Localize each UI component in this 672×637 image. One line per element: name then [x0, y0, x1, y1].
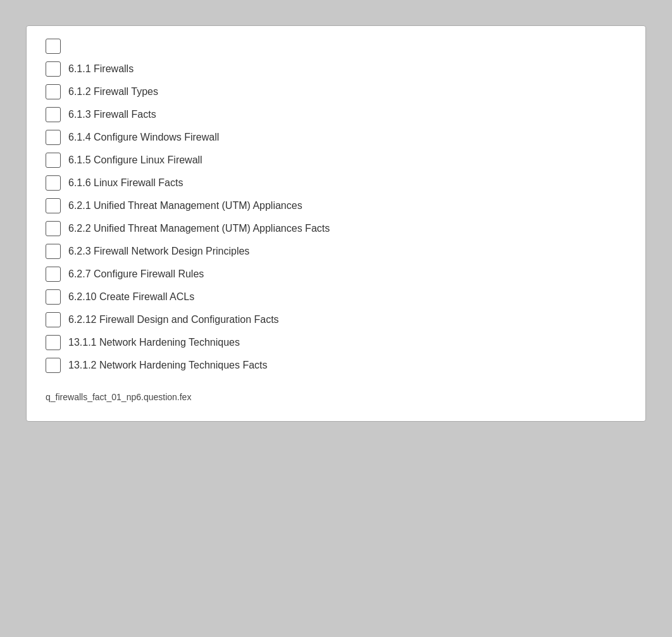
item-icon: [46, 221, 61, 236]
list-item[interactable]: 6.1.6 Linux Firewall Facts: [46, 172, 626, 194]
item-label: 6.1.3 Firewall Facts: [68, 109, 156, 120]
item-icon: [46, 198, 61, 213]
item-label: 6.1.1 Firewalls: [68, 63, 134, 75]
footer-text: q_firewalls_fact_01_np6.question.fex: [46, 387, 626, 402]
item-icon: [46, 244, 61, 259]
item-label: 6.2.1 Uniﬁed Threat Management (UTM) App…: [68, 200, 302, 211]
item-label: 6.1.6 Linux Firewall Facts: [68, 177, 183, 189]
item-icon: [46, 175, 61, 191]
items-list: 6.1.1 Firewalls6.1.2 Firewall Types6.1.3…: [46, 58, 626, 377]
list-item[interactable]: 6.2.1 Uniﬁed Threat Management (UTM) App…: [46, 194, 626, 217]
item-label: 6.2.7 Conﬁgure Firewall Rules: [68, 268, 204, 280]
list-item[interactable]: 6.1.4 Conﬁgure Windows Firewall: [46, 126, 626, 149]
list-item[interactable]: 6.2.3 Firewall Network Design Principles: [46, 240, 626, 263]
list-item[interactable]: 6.1.5 Conﬁgure Linux Firewall: [46, 149, 626, 172]
item-icon: [46, 61, 61, 77]
item-icon: [46, 153, 61, 168]
main-container: 6.1.1 Firewalls6.1.2 Firewall Types6.1.3…: [26, 25, 646, 422]
item-label: 6.1.4 Conﬁgure Windows Firewall: [68, 132, 219, 143]
list-item[interactable]: 13.1.1 Network Hardening Techniques: [46, 331, 626, 354]
item-icon: [46, 312, 61, 327]
item-label: 6.1.2 Firewall Types: [68, 86, 158, 98]
item-icon: [46, 267, 61, 282]
item-icon: [46, 107, 61, 122]
list-item[interactable]: 13.1.2 Network Hardening Techniques Fact…: [46, 354, 626, 377]
item-icon: [46, 358, 61, 373]
item-label: 6.2.3 Firewall Network Design Principles: [68, 246, 249, 257]
list-item[interactable]: 6.2.10 Create Firewall ACLs: [46, 286, 626, 308]
item-icon: [46, 84, 61, 99]
item-icon: [46, 130, 61, 145]
list-item[interactable]: 6.1.1 Firewalls: [46, 58, 626, 80]
item-label: 6.2.2 Uniﬁed Threat Management (UTM) App…: [68, 223, 330, 234]
item-icon: [46, 335, 61, 350]
list-item[interactable]: 6.2.12 Firewall Design and Conﬁguration …: [46, 308, 626, 331]
list-item[interactable]: 6.1.2 Firewall Types: [46, 80, 626, 103]
item-label: 6.2.10 Create Firewall ACLs: [68, 291, 194, 303]
item-label: 6.2.12 Firewall Design and Conﬁguration …: [68, 314, 279, 325]
list-item[interactable]: 6.2.7 Conﬁgure Firewall Rules: [46, 263, 626, 286]
list-item[interactable]: 6.2.2 Uniﬁed Threat Management (UTM) App…: [46, 217, 626, 240]
item-label: 6.1.5 Conﬁgure Linux Firewall: [68, 155, 202, 166]
top-icon: [46, 39, 61, 54]
list-item[interactable]: 6.1.3 Firewall Facts: [46, 103, 626, 126]
item-label: 13.1.1 Network Hardening Techniques: [68, 337, 240, 348]
item-label: 13.1.2 Network Hardening Techniques Fact…: [68, 360, 268, 371]
item-icon: [46, 289, 61, 305]
